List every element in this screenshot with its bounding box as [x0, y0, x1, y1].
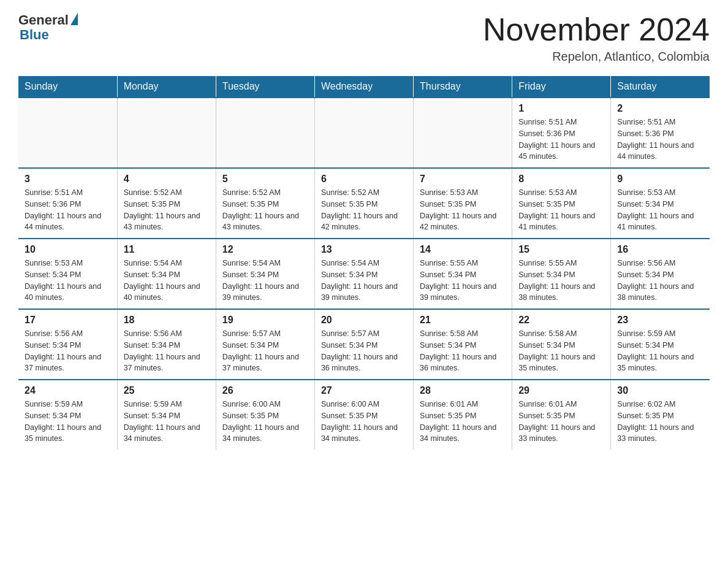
day-info: Sunrise: 5:59 AMSunset: 5:34 PMDaylight:… [124, 399, 210, 445]
calendar-cell [117, 98, 216, 168]
day-number: 29 [518, 385, 604, 396]
day-info: Sunrise: 5:54 AMSunset: 5:34 PMDaylight:… [124, 258, 210, 304]
day-info: Sunrise: 5:56 AMSunset: 5:34 PMDaylight:… [25, 328, 111, 374]
day-info: Sunrise: 5:53 AMSunset: 5:34 PMDaylight:… [617, 187, 703, 233]
day-number: 20 [321, 315, 407, 326]
day-number: 18 [124, 315, 210, 326]
calendar-week-row: 24Sunrise: 5:59 AMSunset: 5:34 PMDayligh… [18, 380, 710, 450]
calendar-cell [314, 98, 413, 168]
day-info: Sunrise: 5:52 AMSunset: 5:35 PMDaylight:… [321, 187, 407, 233]
day-number: 28 [420, 385, 506, 396]
day-number: 21 [420, 315, 506, 326]
calendar-cell: 2Sunrise: 5:51 AMSunset: 5:36 PMDaylight… [611, 98, 710, 168]
day-number: 11 [124, 244, 210, 255]
calendar-cell: 10Sunrise: 5:53 AMSunset: 5:34 PMDayligh… [18, 239, 117, 309]
logo-blue-text: Blue [20, 27, 49, 43]
calendar-cell: 24Sunrise: 5:59 AMSunset: 5:34 PMDayligh… [18, 380, 117, 450]
day-info: Sunrise: 6:00 AMSunset: 5:35 PMDaylight:… [222, 399, 308, 445]
calendar-table: SundayMondayTuesdayWednesdayThursdayFrid… [18, 76, 710, 450]
day-info: Sunrise: 5:51 AMSunset: 5:36 PMDaylight:… [518, 117, 604, 163]
day-number: 5 [222, 174, 308, 185]
calendar-cell: 25Sunrise: 5:59 AMSunset: 5:34 PMDayligh… [117, 380, 216, 450]
day-info: Sunrise: 6:01 AMSunset: 5:35 PMDaylight:… [518, 399, 604, 445]
calendar-cell [216, 98, 314, 168]
day-info: Sunrise: 6:01 AMSunset: 5:35 PMDaylight:… [420, 399, 506, 445]
calendar-cell: 16Sunrise: 5:56 AMSunset: 5:34 PMDayligh… [611, 239, 710, 309]
calendar-cell: 6Sunrise: 5:52 AMSunset: 5:35 PMDaylight… [314, 168, 413, 239]
calendar-header-row: SundayMondayTuesdayWednesdayThursdayFrid… [18, 76, 710, 98]
day-number: 27 [321, 385, 407, 396]
calendar-cell [18, 98, 117, 168]
calendar-cell: 14Sunrise: 5:55 AMSunset: 5:34 PMDayligh… [414, 239, 512, 309]
day-of-week-header: Saturday [611, 76, 710, 98]
calendar-cell: 19Sunrise: 5:57 AMSunset: 5:34 PMDayligh… [216, 309, 314, 380]
day-info: Sunrise: 5:54 AMSunset: 5:34 PMDaylight:… [321, 258, 407, 304]
day-info: Sunrise: 5:53 AMSunset: 5:35 PMDaylight:… [420, 187, 506, 233]
calendar-cell: 7Sunrise: 5:53 AMSunset: 5:35 PMDaylight… [414, 168, 512, 239]
day-number: 26 [222, 385, 308, 396]
day-of-week-header: Wednesday [314, 76, 413, 98]
calendar-cell: 20Sunrise: 5:57 AMSunset: 5:34 PMDayligh… [314, 309, 413, 380]
logo: General Blue [18, 12, 78, 43]
title-section: November 2024 Repelon, Atlantico, Colomb… [483, 12, 710, 64]
day-info: Sunrise: 6:00 AMSunset: 5:35 PMDaylight:… [321, 399, 407, 445]
calendar-subtitle: Repelon, Atlantico, Colombia [483, 50, 710, 64]
day-number: 15 [518, 244, 604, 255]
day-number: 9 [617, 174, 703, 185]
day-number: 22 [518, 315, 604, 326]
day-number: 1 [518, 103, 604, 114]
day-number: 12 [222, 244, 308, 255]
calendar-cell: 26Sunrise: 6:00 AMSunset: 5:35 PMDayligh… [216, 380, 314, 450]
calendar-week-row: 1Sunrise: 5:51 AMSunset: 5:36 PMDaylight… [18, 98, 710, 168]
calendar-cell: 17Sunrise: 5:56 AMSunset: 5:34 PMDayligh… [18, 309, 117, 380]
calendar-cell: 21Sunrise: 5:58 AMSunset: 5:34 PMDayligh… [414, 309, 512, 380]
day-of-week-header: Sunday [18, 76, 117, 98]
day-of-week-header: Thursday [414, 76, 512, 98]
calendar-cell: 3Sunrise: 5:51 AMSunset: 5:36 PMDaylight… [18, 168, 117, 239]
day-info: Sunrise: 5:53 AMSunset: 5:34 PMDaylight:… [25, 258, 111, 304]
day-number: 7 [420, 174, 506, 185]
day-number: 8 [518, 174, 604, 185]
day-number: 10 [25, 244, 111, 255]
logo-general-text: General [18, 12, 69, 28]
logo-triangle-icon [70, 13, 78, 25]
day-info: Sunrise: 5:59 AMSunset: 5:34 PMDaylight:… [617, 328, 703, 374]
day-info: Sunrise: 5:52 AMSunset: 5:35 PMDaylight:… [124, 187, 210, 233]
calendar-cell: 13Sunrise: 5:54 AMSunset: 5:34 PMDayligh… [314, 239, 413, 309]
day-number: 4 [124, 174, 210, 185]
day-info: Sunrise: 5:57 AMSunset: 5:34 PMDaylight:… [222, 328, 308, 374]
calendar-cell: 1Sunrise: 5:51 AMSunset: 5:36 PMDaylight… [512, 98, 611, 168]
calendar-week-row: 17Sunrise: 5:56 AMSunset: 5:34 PMDayligh… [18, 309, 710, 380]
calendar-cell: 5Sunrise: 5:52 AMSunset: 5:35 PMDaylight… [216, 168, 314, 239]
calendar-cell: 27Sunrise: 6:00 AMSunset: 5:35 PMDayligh… [314, 380, 413, 450]
day-info: Sunrise: 5:58 AMSunset: 5:34 PMDaylight:… [420, 328, 506, 374]
calendar-cell: 15Sunrise: 5:55 AMSunset: 5:34 PMDayligh… [512, 239, 611, 309]
day-info: Sunrise: 5:56 AMSunset: 5:34 PMDaylight:… [617, 258, 703, 304]
day-number: 14 [420, 244, 506, 255]
day-number: 2 [617, 103, 703, 114]
calendar-cell: 29Sunrise: 6:01 AMSunset: 5:35 PMDayligh… [512, 380, 611, 450]
calendar-cell: 8Sunrise: 5:53 AMSunset: 5:35 PMDaylight… [512, 168, 611, 239]
day-info: Sunrise: 5:58 AMSunset: 5:34 PMDaylight:… [518, 328, 604, 374]
calendar-cell: 23Sunrise: 5:59 AMSunset: 5:34 PMDayligh… [611, 309, 710, 380]
day-number: 23 [617, 315, 703, 326]
day-number: 30 [617, 385, 703, 396]
calendar-cell: 28Sunrise: 6:01 AMSunset: 5:35 PMDayligh… [414, 380, 512, 450]
day-number: 24 [25, 385, 111, 396]
day-info: Sunrise: 5:57 AMSunset: 5:34 PMDaylight:… [321, 328, 407, 374]
day-info: Sunrise: 5:56 AMSunset: 5:34 PMDaylight:… [124, 328, 210, 374]
day-info: Sunrise: 5:52 AMSunset: 5:35 PMDaylight:… [222, 187, 308, 233]
day-info: Sunrise: 6:02 AMSunset: 5:35 PMDaylight:… [617, 399, 703, 445]
calendar-cell: 18Sunrise: 5:56 AMSunset: 5:34 PMDayligh… [117, 309, 216, 380]
calendar-cell [414, 98, 512, 168]
day-number: 13 [321, 244, 407, 255]
day-info: Sunrise: 5:54 AMSunset: 5:34 PMDaylight:… [222, 258, 308, 304]
day-number: 17 [25, 315, 111, 326]
calendar-cell: 9Sunrise: 5:53 AMSunset: 5:34 PMDaylight… [611, 168, 710, 239]
calendar-cell: 12Sunrise: 5:54 AMSunset: 5:34 PMDayligh… [216, 239, 314, 309]
day-number: 25 [124, 385, 210, 396]
day-number: 6 [321, 174, 407, 185]
calendar-week-row: 3Sunrise: 5:51 AMSunset: 5:36 PMDaylight… [18, 168, 710, 239]
calendar-cell: 4Sunrise: 5:52 AMSunset: 5:35 PMDaylight… [117, 168, 216, 239]
day-info: Sunrise: 5:59 AMSunset: 5:34 PMDaylight:… [25, 399, 111, 445]
